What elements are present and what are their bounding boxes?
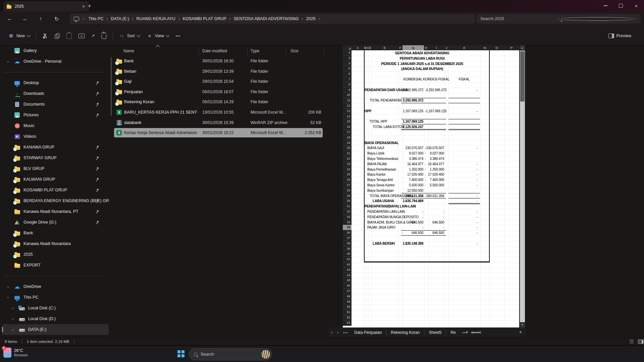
hscrollbar-thumb[interactable] <box>471 332 481 333</box>
back-button[interactable]: ← <box>5 14 15 23</box>
row-header-49[interactable]: 49 <box>343 299 352 305</box>
delete-button[interactable] <box>98 30 110 42</box>
row-header-16[interactable]: 16 <box>343 124 352 130</box>
scroll-up-icon[interactable]: ▲ <box>520 45 525 51</box>
sheet-tab-data-penjualan[interactable]: Data Penjualan <box>350 327 386 337</box>
column-header-K[interactable]: K <box>448 45 481 50</box>
row-header-37[interactable]: 37 <box>343 236 352 241</box>
sidebar-item-2025[interactable]: 2025 <box>2 249 109 260</box>
sheet-prev-icon[interactable]: ‹ <box>329 330 335 335</box>
sidebar-item-gallery[interactable]: Gallery <box>2 45 109 56</box>
sheet-list-icon[interactable]: ••• <box>341 330 350 335</box>
file-row[interactable]: Rekening Koran05/01/2026 14:29File folde… <box>114 97 323 107</box>
row-header-47[interactable]: 47 <box>343 289 352 294</box>
row-header-28[interactable]: 28 <box>343 188 352 193</box>
sheet-more-icon[interactable]: ••• <box>460 330 469 335</box>
row-header-34[interactable]: 34 <box>343 220 352 225</box>
details-view-toggle[interactable] <box>628 339 635 344</box>
window-tab[interactable]: 2025 × <box>3 1 89 11</box>
column-resizer[interactable] <box>247 48 248 55</box>
start-button[interactable] <box>177 350 180 353</box>
chevron-right-icon[interactable]: › <box>5 59 11 64</box>
chevron-down-icon[interactable]: › <box>6 295 11 300</box>
maximize-button[interactable] <box>613 0 629 11</box>
row-header-3[interactable]: 3 <box>343 56 352 61</box>
sidebar-item-local-disk-d[interactable]: ›Local Disk (D:) <box>2 313 109 324</box>
sidebar-item-berdaya-energy-enginering-bee-grup[interactable]: BERDAYA ENERGY ENGINERING (BEE) GRUP <box>2 195 109 206</box>
sheet-next-icon[interactable]: › <box>335 330 341 335</box>
close-button[interactable]: × <box>629 0 644 11</box>
row-header-14[interactable]: 14 <box>343 114 352 119</box>
file-row[interactable]: Beban29/01/2026 13:39File folder <box>114 67 323 76</box>
row-header-20[interactable]: 20 <box>343 145 352 151</box>
row-header-7[interactable]: 7 <box>343 77 352 82</box>
sidebar-item-downloads[interactable]: ↓Downloads <box>2 88 109 99</box>
copy-button[interactable] <box>51 31 63 41</box>
sidebar-item-kanawa-abadi-nusantara-pt[interactable]: Kanawa Abadi Nusantara, PT <box>2 206 109 217</box>
column-header-G[interactable]: G <box>402 45 424 50</box>
column-resizer[interactable] <box>324 48 324 55</box>
sidebar-item-videos[interactable]: ▶Videos <box>2 131 109 142</box>
column-header-O[interactable]: O <box>489 45 504 50</box>
hscroll-left-icon[interactable]: ◀ <box>466 330 468 334</box>
view-button[interactable]: ≡ View <box>143 30 172 42</box>
row-header-40[interactable]: 40 <box>343 251 352 257</box>
sidebar-item-pictures[interactable]: Pictures <box>2 110 109 120</box>
row-header-25[interactable]: 25 <box>343 172 352 177</box>
row-header-45[interactable]: 45 <box>343 278 352 283</box>
row-header-29[interactable]: 29 <box>343 193 352 199</box>
row-header-8[interactable]: 8 <box>343 82 352 87</box>
taskbar-search[interactable]: Search <box>189 348 272 360</box>
row-header-6[interactable]: 6 <box>343 71 352 77</box>
column-header-H[interactable]: H <box>424 45 429 50</box>
sidebar-item-blv-grup[interactable]: BLV GRUP <box>2 163 109 174</box>
sidebar-item-documents[interactable]: Documents <box>2 99 109 110</box>
row-header-23[interactable]: 23 <box>343 162 352 167</box>
row-header-33[interactable]: 33 <box>343 215 352 220</box>
row-header-35[interactable]: 35 <box>343 225 352 230</box>
chevron-right-icon[interactable]: › <box>10 316 15 321</box>
search-input[interactable]: Search 2025 <box>476 14 641 24</box>
row-header-13[interactable]: 13 <box>343 109 352 114</box>
chevron-right-icon[interactable]: › <box>5 284 11 289</box>
row-header-43[interactable]: 43 <box>343 267 352 273</box>
file-row[interactable]: databank30/01/2026 15:39WinRAR ZIP archi… <box>114 118 323 127</box>
refresh-button[interactable]: ↻ <box>52 14 62 23</box>
row-header-17[interactable]: 17 <box>343 130 352 135</box>
sidebar-item-desktop[interactable]: Desktop <box>2 77 109 88</box>
breadcrumb-item[interactable]: SENTOSA ABADI ADVERTAISING <box>231 15 302 22</box>
preview-view-toggle[interactable] <box>637 339 644 344</box>
row-header-5[interactable]: 5 <box>343 66 352 71</box>
sidebar-item-this-pc[interactable]: ›This PC <box>2 292 109 303</box>
column-header-A[interactable]: A <box>352 45 364 50</box>
row-header-31[interactable]: 31 <box>343 204 352 209</box>
row-header-19[interactable]: 19 <box>343 140 352 146</box>
scroll-down-icon[interactable]: ▼ <box>520 322 525 327</box>
column-header-date[interactable]: Date modified <box>202 49 227 53</box>
file-row[interactable]: Gaji29/01/2026 15:54File folder <box>114 77 323 86</box>
sidebar-item-kanawa-grup[interactable]: KANAWA GRUP <box>2 142 109 153</box>
sidebar-item-google-drive-g[interactable]: Google Drive (G:) <box>2 217 109 228</box>
sidebar-item-onedrive[interactable]: ›☁OneDrive <box>2 281 109 292</box>
row-header-18[interactable]: 18 <box>343 135 352 140</box>
column-header-name[interactable]: Name <box>123 49 134 53</box>
row-header-44[interactable]: 44 <box>343 273 352 278</box>
chevron-right-icon[interactable]: › <box>10 327 15 332</box>
sidebar-item-onedrive-personal[interactable]: ›☁OneDrive - Personal <box>2 56 109 67</box>
sidebar-item-kosambi-plat-grup[interactable]: KOSAMBI PLAT GRUP <box>2 185 109 195</box>
row-header-11[interactable]: 11 <box>343 98 352 103</box>
sidebar-scrollbar[interactable] <box>111 57 112 116</box>
file-row[interactable]: Bank30/01/2026 16:30File folder <box>114 56 323 66</box>
minimize-button[interactable] <box>598 0 613 11</box>
file-row[interactable]: XKertas Kerja Sentosa Abadi Advertaising… <box>114 128 323 137</box>
sort-button[interactable]: ↑↓ Sort <box>115 30 143 42</box>
tab-close-icon[interactable]: × <box>80 4 87 9</box>
sidebar-item-kalwani-grup[interactable]: KALWANI GRUP <box>2 174 109 185</box>
sidebar-item-kanawa-abadi-nusantara[interactable]: Kanawa Abadi Nusantara <box>2 238 109 249</box>
up-button[interactable]: ↑ <box>36 14 46 23</box>
column-resizer[interactable] <box>199 48 199 55</box>
row-header-41[interactable]: 41 <box>343 257 352 262</box>
breadcrumb-item[interactable]: KOSAMBI PLAT GRUP <box>180 15 229 22</box>
row-header-52[interactable]: 52 <box>343 315 352 320</box>
row-header-26[interactable]: 26 <box>343 177 352 183</box>
